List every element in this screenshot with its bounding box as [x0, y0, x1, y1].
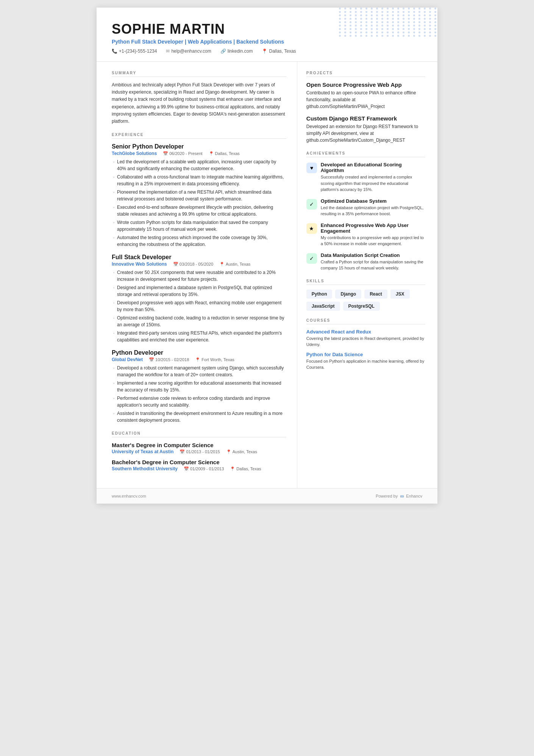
skill-tag-0: Python [306, 290, 333, 299]
achievement-icon-2: ★ [306, 223, 317, 234]
summary-label: SUMMARY [112, 71, 286, 77]
job-2-meta: Global DevNet 📅 10/2015 - 02/2018 📍 Fort… [112, 357, 286, 362]
contact-location: 📍 Dallas, Texas [262, 49, 296, 54]
location-value: Dallas, Texas [269, 49, 296, 54]
achievement-content-1: Optimized Database System Led the databa… [321, 198, 425, 217]
bullet-item: Optimized existing backend code, leading… [112, 315, 286, 328]
job-1: Full Stack Developer Innovative Web Solu… [112, 254, 286, 343]
achievement-icon-0: ♥ [306, 163, 317, 173]
candidate-title: Python Full Stack Developer | Web Applic… [112, 39, 422, 45]
contact-linkedin: 🔗 linkedin.com [220, 49, 253, 54]
bullet-item: Designed and implemented a database syst… [112, 284, 286, 298]
calendar-icon-0: 📅 [163, 151, 168, 156]
experience-section: EXPERIENCE Senior Python Developer TechG… [112, 133, 286, 424]
achievement-icon-1: ✓ [306, 199, 317, 210]
bullet-item: Automated the testing process which impr… [112, 234, 286, 248]
linkedin-icon: 🔗 [220, 49, 226, 54]
projects-label: PROJECTS [306, 71, 425, 77]
contact-phone: 📞 +1-(234)-555-1234 [112, 49, 157, 54]
edu-0-date: 📅 01/2013 - 01/2015 [180, 449, 220, 454]
achievement-content-3: Data Manipulation Script Creation Crafte… [321, 252, 425, 271]
experience-label: EXPERIENCE [112, 133, 286, 139]
phone-value: +1-(234)-555-1234 [119, 49, 157, 54]
achievement-title-0: Developed an Educational Scoring Algorit… [321, 162, 425, 173]
course-title-1: Python for Data Science [306, 352, 425, 357]
edu-1-institution: Southern Methodist University [112, 466, 178, 471]
powered-by-label: Powered by [376, 494, 398, 498]
bullet-item: Assisted in transitioning the developmen… [112, 410, 286, 424]
email-value: help@enhancv.com [171, 49, 211, 54]
skills-label: SKILLS [306, 279, 425, 285]
job-0-date: 📅 06/2020 - Present [163, 151, 202, 156]
project-1: Custom Django REST Framework Developed a… [306, 115, 425, 144]
achievement-desc-1: Led the database optimization project wi… [321, 205, 425, 217]
resume-wrapper: // Generate dot pattern for(let i=0;i<18… [97, 8, 437, 504]
achievement-title-2: Enhanced Progressive Web App User Engage… [321, 222, 425, 234]
project-0: Open Source Progressive Web App Contribu… [306, 81, 425, 110]
achievement-content-2: Enhanced Progressive Web App User Engage… [321, 222, 425, 247]
left-column: SUMMARY Ambitious and technically adept … [97, 62, 297, 488]
bullet-item: Executed end-to-end software development… [112, 204, 286, 218]
job-1-bullets: Created over 50 JSX components that were… [112, 269, 286, 343]
loc-icon-1: 📍 [219, 262, 225, 267]
job-2-date: 📅 10/2015 - 02/2018 [149, 357, 189, 362]
achievements-section: ACHIEVEMENTS ♥ Developed an Educational … [306, 151, 425, 271]
skills-section: SKILLS PythonDjangoReactJSXJavaScriptPos… [306, 279, 425, 311]
bullet-item: Collaborated with a cross-functional tea… [112, 174, 286, 187]
body-content: SUMMARY Ambitious and technically adept … [97, 62, 437, 488]
email-icon: ✉ [166, 49, 170, 54]
footer-url: www.enhancv.com [112, 494, 146, 498]
loc-edu-0: 📍 [226, 449, 231, 454]
edu-1-location: 📍 Dallas, Texas [230, 466, 261, 471]
achievement-desc-3: Crafted a Python script for data manipul… [321, 259, 425, 271]
skill-tag-4: JavaScript [306, 302, 340, 311]
job-0-bullets: Led the development of a scalable web ap… [112, 158, 286, 248]
header: // Generate dot pattern for(let i=0;i<18… [97, 8, 437, 62]
job-0-meta: TechGlobe Solutions 📅 06/2020 - Present … [112, 151, 286, 156]
edu-0-degree: Master's Degree in Computer Science [112, 442, 286, 448]
bullet-item: Pioneered the implementation of a new RE… [112, 189, 286, 202]
education-label: EDUCATION [112, 431, 286, 437]
edu-0-location: 📍 Austin, Texas [226, 449, 257, 454]
bullet-item: Created over 50 JSX components that were… [112, 269, 286, 283]
phone-icon: 📞 [112, 49, 117, 54]
loc-icon-2: 📍 [195, 357, 200, 362]
resume-footer: www.enhancv.com Powered by ∞ Enhancv [97, 488, 437, 504]
job-1-date: 📅 03/2018 - 05/2020 [173, 262, 213, 267]
loc-edu-1: 📍 [230, 466, 235, 471]
calendar-icon-2: 📅 [149, 357, 154, 362]
job-2-bullets: Developed a robust content management sy… [112, 365, 286, 424]
edu-1-meta: Southern Methodist University 📅 01/2009 … [112, 466, 286, 471]
course-0: Advanced React and Redux Covering the la… [306, 329, 425, 348]
edu-1: Bachelor's Degree in Computer Science So… [112, 459, 286, 471]
candidate-name: SOPHIE MARTIN [112, 21, 422, 37]
job-1-meta: Innovative Web Solutions 📅 03/2018 - 05/… [112, 261, 286, 267]
edu-1-date: 📅 01/2009 - 01/2013 [184, 466, 224, 471]
job-1-location: 📍 Austin, Texas [219, 262, 250, 267]
skills-grid: PythonDjangoReactJSXJavaScriptPostgreSQL [306, 290, 425, 311]
course-1: Python for Data Science Focused on Pytho… [306, 352, 425, 371]
job-0-location: 📍 Dallas, Texas [209, 151, 240, 156]
location-icon: 📍 [262, 49, 267, 54]
bullet-item: Performed extensive code reviews to enfo… [112, 395, 286, 409]
project-1-desc: Developed an extension for Django REST f… [306, 123, 425, 144]
skill-tag-3: JSX [390, 290, 410, 299]
summary-text: Ambitious and technically adept Python F… [112, 81, 286, 125]
achievement-content-0: Developed an Educational Scoring Algorit… [321, 162, 425, 193]
job-1-title: Full Stack Developer [112, 254, 286, 261]
contact-row: 📞 +1-(234)-555-1234 ✉ help@enhancv.com 🔗… [112, 49, 422, 54]
bullet-item: Developed progressive web apps with Reac… [112, 299, 286, 313]
project-0-title: Open Source Progressive Web App [306, 81, 425, 88]
courses-label: COURSES [306, 318, 425, 324]
course-title-0: Advanced React and Redux [306, 329, 425, 335]
cal-edu-0: 📅 [180, 449, 185, 454]
job-0-company: TechGlobe Solutions [112, 151, 157, 156]
job-0-title: Senior Python Developer [112, 143, 286, 150]
achievement-title-1: Optimized Database System [321, 198, 425, 204]
achievement-icon-3: ✓ [306, 253, 317, 264]
achievement-2: ★ Enhanced Progressive Web App User Enga… [306, 222, 425, 247]
calendar-icon-1: 📅 [173, 262, 178, 267]
cal-edu-1: 📅 [184, 466, 189, 471]
education-section: EDUCATION Master's Degree in Computer Sc… [112, 431, 286, 471]
edu-0: Master's Degree in Computer Science Univ… [112, 442, 286, 454]
